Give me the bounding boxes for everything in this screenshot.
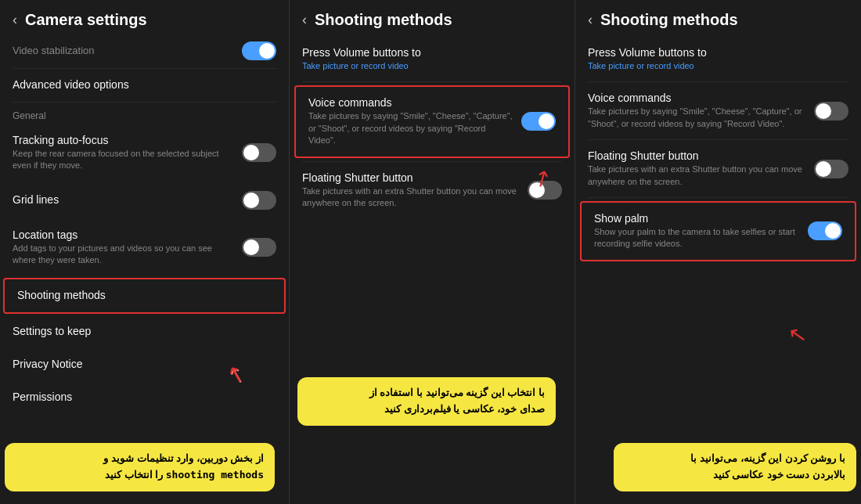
shooting-methods-text: Shooting methods bbox=[17, 289, 264, 303]
mid-header: ‹ Shooting methods bbox=[290, 0, 575, 37]
press-volume-right-text: Press Volume buttons to Take picture or … bbox=[588, 46, 841, 72]
press-volume-mid-row[interactable]: Press Volume buttons to Take picture or … bbox=[290, 37, 575, 81]
floating-shutter-mid-subtitle: Take pictures with an extra Shutter butt… bbox=[302, 185, 520, 210]
right-divider-3 bbox=[588, 197, 848, 198]
callout-mid: با انتخاب این گزینه می‌توانید با استفاده… bbox=[297, 377, 556, 426]
tracking-subtitle: Keep the rear camera focused on the sele… bbox=[13, 148, 234, 172]
callout-right-text: با روشن کردن این گزینه، می‌توانید بابالا… bbox=[690, 452, 845, 481]
shooting-methods-row[interactable]: Shooting methods bbox=[5, 279, 284, 312]
right-title: Shooting methods bbox=[600, 11, 738, 29]
voice-commands-mid-title: Voice commands bbox=[308, 96, 513, 109]
video-stab-toggle[interactable] bbox=[242, 41, 276, 60]
shooting-methods-title: Shooting methods bbox=[17, 289, 264, 301]
panel-mid: ‹ Shooting methods Press Volume buttons … bbox=[290, 0, 575, 504]
voice-commands-right-row[interactable]: Voice commands Take pictures by saying "… bbox=[575, 82, 861, 139]
callout-right: با روشن کردن این گزینه، می‌توانید بابالا… bbox=[614, 443, 856, 491]
app-wrapper: ‹ Camera settings Video stabilization Ad… bbox=[0, 0, 861, 504]
location-text: Location tags Add tags to your pictures … bbox=[13, 229, 234, 267]
panel-right: ‹ Shooting methods Press Volume buttons … bbox=[575, 0, 861, 504]
permissions-text: Permissions bbox=[13, 391, 268, 405]
voice-commands-right-text: Voice commands Take pictures by saying "… bbox=[588, 92, 806, 130]
mid-title: Shooting methods bbox=[315, 11, 452, 29]
partial-text: Video stabilization bbox=[13, 45, 234, 58]
mid-divider-1 bbox=[302, 81, 562, 82]
press-volume-right-subtitle: Take picture or record video bbox=[588, 60, 841, 72]
floating-shutter-right-row[interactable]: Floating Shutter button Take pictures wi… bbox=[575, 140, 861, 197]
tracking-toggle[interactable] bbox=[242, 143, 276, 162]
callout-left: از بخش دوربین، وارد تنظیمات شوید وshooti… bbox=[5, 443, 275, 491]
permissions-title: Permissions bbox=[13, 391, 268, 403]
callout-mid-text: با انتخاب این گزینه می‌توانید با استفاده… bbox=[369, 387, 545, 415]
show-palm-text: Show palm Show your palm to the camera t… bbox=[594, 212, 800, 250]
floating-shutter-right-text: Floating Shutter button Take pictures wi… bbox=[588, 149, 806, 188]
panel-left: ‹ Camera settings Video stabilization Ad… bbox=[0, 0, 290, 504]
left-header: ‹ Camera settings bbox=[0, 0, 289, 37]
right-header: ‹ Shooting methods bbox=[575, 0, 861, 37]
left-title: Camera settings bbox=[25, 11, 147, 29]
floating-shutter-mid-title: Floating Shutter button bbox=[302, 171, 520, 184]
advanced-video-text: Advanced video options bbox=[13, 78, 268, 92]
gridlines-title: Grid lines bbox=[13, 193, 234, 206]
gridlines-text: Grid lines bbox=[13, 193, 234, 207]
partial-title: Video stabilization bbox=[13, 45, 234, 56]
voice-commands-right-subtitle: Take pictures by saying "Smile", "Cheese… bbox=[588, 106, 806, 130]
voice-commands-mid-toggle[interactable] bbox=[521, 112, 556, 131]
arrow-right: ↖ bbox=[786, 320, 808, 348]
callout-left-text: از بخش دوربین، وارد تنظیمات شوید وshooti… bbox=[103, 452, 264, 481]
show-palm-subtitle: Show your palm to the camera to take sel… bbox=[594, 226, 800, 250]
voice-commands-mid-text: Voice commands Take pictures by saying "… bbox=[308, 96, 513, 146]
floating-shutter-right-subtitle: Take pictures with an extra Shutter butt… bbox=[588, 164, 806, 188]
show-palm-highlighted: Show palm Show your palm to the camera t… bbox=[580, 201, 856, 261]
location-title: Location tags bbox=[13, 229, 234, 241]
voice-commands-mid-highlighted: Voice commands Take pictures by saying "… bbox=[294, 85, 570, 157]
voice-commands-right-toggle[interactable] bbox=[814, 102, 848, 121]
tracking-row[interactable]: Tracking auto-focus Keep the rear camera… bbox=[0, 124, 289, 182]
settings-keep-row[interactable]: Settings to keep bbox=[0, 315, 289, 348]
tracking-text: Tracking auto-focus Keep the rear camera… bbox=[13, 134, 234, 172]
floating-shutter-right-title: Floating Shutter button bbox=[588, 149, 806, 162]
press-volume-right-title: Press Volume buttons to bbox=[588, 46, 841, 59]
partial-row: Video stabilization bbox=[0, 37, 289, 68]
settings-keep-text: Settings to keep bbox=[13, 325, 268, 339]
general-section-label: General bbox=[0, 103, 289, 124]
voice-commands-mid-row[interactable]: Voice commands Take pictures by saying "… bbox=[296, 87, 568, 156]
location-subtitle: Add tags to your pictures and videos so … bbox=[13, 243, 234, 267]
voice-commands-mid-subtitle: Take pictures by saying "Smile", "Cheese… bbox=[308, 110, 513, 146]
press-volume-mid-title: Press Volume buttons to bbox=[302, 46, 554, 59]
location-row[interactable]: Location tags Add tags to your pictures … bbox=[0, 219, 289, 276]
advanced-video-row[interactable]: Advanced video options bbox=[0, 69, 289, 102]
gridlines-row[interactable]: Grid lines bbox=[0, 182, 289, 219]
show-palm-toggle[interactable] bbox=[808, 221, 842, 240]
settings-keep-title: Settings to keep bbox=[13, 325, 268, 337]
location-toggle[interactable] bbox=[242, 238, 276, 257]
show-palm-title: Show palm bbox=[594, 212, 800, 225]
press-volume-right-row[interactable]: Press Volume buttons to Take picture or … bbox=[575, 37, 861, 81]
back-arrow-left[interactable]: ‹ bbox=[13, 12, 17, 28]
back-arrow-right[interactable]: ‹ bbox=[588, 12, 593, 28]
permissions-row[interactable]: Permissions bbox=[0, 381, 289, 414]
gridlines-toggle[interactable] bbox=[242, 191, 276, 210]
advanced-video-title: Advanced video options bbox=[13, 78, 268, 91]
press-volume-mid-text: Press Volume buttons to Take picture or … bbox=[302, 46, 554, 72]
show-palm-row[interactable]: Show palm Show your palm to the camera t… bbox=[582, 203, 855, 260]
press-volume-mid-subtitle: Take picture or record video bbox=[302, 60, 554, 72]
floating-shutter-mid-text: Floating Shutter button Take pictures wi… bbox=[302, 171, 520, 210]
voice-commands-right-title: Voice commands bbox=[588, 92, 806, 104]
shooting-methods-highlighted[interactable]: Shooting methods bbox=[3, 278, 286, 314]
tracking-title: Tracking auto-focus bbox=[13, 134, 234, 146]
floating-shutter-right-toggle[interactable] bbox=[814, 160, 848, 178]
back-arrow-mid[interactable]: ‹ bbox=[302, 12, 307, 28]
